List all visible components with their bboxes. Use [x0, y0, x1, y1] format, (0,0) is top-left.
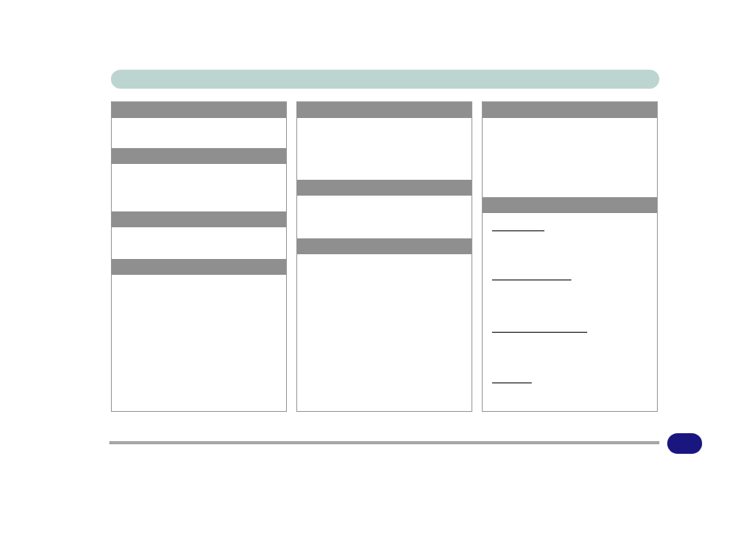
col1-section-4-body: [112, 275, 286, 337]
col3-section-1: [483, 102, 657, 197]
col2-section-3: [297, 238, 472, 318]
col2-section-2-body: [297, 196, 472, 238]
column-2: [296, 101, 472, 412]
col1-section-2: [112, 148, 286, 211]
col2-section-2: [297, 180, 472, 238]
col2-section-1-header: [297, 102, 472, 118]
col1-section-4: [112, 259, 286, 337]
page-header-bar: [111, 70, 659, 89]
column-3: [482, 101, 658, 412]
col1-section-1-body: [112, 118, 286, 148]
underline-rule: [492, 332, 587, 333]
col3-section-1-header: [483, 102, 657, 118]
footer-rule: [109, 441, 659, 444]
col1-section-2-body: [112, 164, 286, 211]
col3-section-1-body: [483, 118, 657, 197]
col2-section-1: [297, 102, 472, 180]
col2-section-3-body: [297, 254, 472, 318]
columns-container: [111, 101, 659, 412]
col1-section-3: [112, 211, 286, 259]
column-1: [111, 101, 287, 412]
col2-section-2-header: [297, 180, 472, 196]
col2-section-3-header: [297, 238, 472, 254]
col3-section-2: [483, 197, 657, 411]
col1-section-4-header: [112, 259, 286, 275]
underline-rule: [492, 230, 544, 231]
col3-section-2-header: [483, 197, 657, 213]
col1-section-1: [112, 102, 286, 148]
col3-section-2-body: [483, 213, 657, 411]
col1-section-3-header: [112, 211, 286, 227]
page-number-badge: [667, 433, 702, 454]
underline-rule: [492, 383, 532, 383]
col1-section-2-header: [112, 148, 286, 164]
col1-section-3-body: [112, 227, 286, 259]
underline-rule: [492, 280, 571, 280]
col2-section-1-body: [297, 118, 472, 180]
col1-section-1-header: [112, 102, 286, 118]
